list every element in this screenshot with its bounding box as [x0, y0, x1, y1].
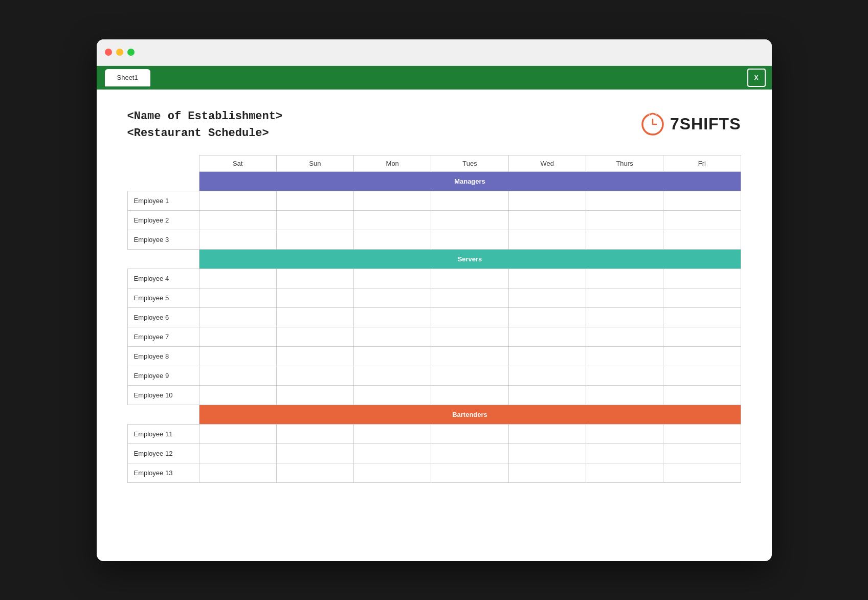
shift-cell[interactable] [431, 327, 508, 346]
shift-cell[interactable] [276, 463, 353, 482]
shift-cell[interactable] [276, 230, 353, 249]
shift-cell[interactable] [354, 288, 431, 307]
shift-cell[interactable] [508, 327, 586, 346]
shift-cell[interactable] [276, 385, 353, 405]
shift-cell[interactable] [663, 424, 741, 443]
shift-cell[interactable] [586, 191, 663, 210]
shift-cell[interactable] [354, 443, 431, 463]
shift-cell[interactable] [354, 424, 431, 443]
table-row: Employee 9 [127, 366, 741, 385]
shift-cell[interactable] [199, 366, 276, 385]
excel-icon[interactable]: X [747, 69, 766, 87]
shift-cell[interactable] [586, 346, 663, 366]
shift-cell[interactable] [586, 307, 663, 327]
shift-cell[interactable] [586, 366, 663, 385]
shift-cell[interactable] [508, 424, 586, 443]
shift-cell[interactable] [431, 346, 508, 366]
day-fri: Fri [663, 155, 741, 171]
shift-cell[interactable] [354, 366, 431, 385]
shift-cell[interactable] [354, 269, 431, 288]
shift-cell[interactable] [508, 443, 586, 463]
shift-cell[interactable] [431, 210, 508, 230]
shift-cell[interactable] [586, 424, 663, 443]
shift-cell[interactable] [276, 443, 353, 463]
shift-cell[interactable] [276, 346, 353, 366]
shift-cell[interactable] [276, 191, 353, 210]
shift-cell[interactable] [276, 307, 353, 327]
shift-cell[interactable] [354, 463, 431, 482]
shift-cell[interactable] [199, 346, 276, 366]
shift-cell[interactable] [663, 269, 741, 288]
shift-cell[interactable] [431, 307, 508, 327]
shift-cell[interactable] [586, 327, 663, 346]
shift-cell[interactable] [663, 327, 741, 346]
shift-cell[interactable] [276, 288, 353, 307]
shift-cell[interactable] [508, 210, 586, 230]
shift-cell[interactable] [508, 269, 586, 288]
shift-cell[interactable] [354, 191, 431, 210]
shift-cell[interactable] [508, 463, 586, 482]
shift-cell[interactable] [431, 424, 508, 443]
shift-cell[interactable] [586, 385, 663, 405]
shift-cell[interactable] [586, 230, 663, 249]
shift-cell[interactable] [354, 346, 431, 366]
shift-cell[interactable] [663, 307, 741, 327]
shift-cell[interactable] [663, 366, 741, 385]
shift-cell[interactable] [199, 191, 276, 210]
shift-cell[interactable] [508, 307, 586, 327]
shift-cell[interactable] [199, 385, 276, 405]
shift-cell[interactable] [199, 288, 276, 307]
shift-cell[interactable] [354, 307, 431, 327]
shift-cell[interactable] [663, 191, 741, 210]
shift-cell[interactable] [663, 463, 741, 482]
shift-cell[interactable] [663, 346, 741, 366]
shift-cell[interactable] [508, 230, 586, 249]
shift-cell[interactable] [508, 191, 586, 210]
shift-cell[interactable] [586, 288, 663, 307]
shift-cell[interactable] [431, 366, 508, 385]
employee-name: Employee 3 [127, 230, 199, 249]
shift-cell[interactable] [663, 210, 741, 230]
shift-cell[interactable] [354, 210, 431, 230]
shift-cell[interactable] [508, 288, 586, 307]
shift-cell[interactable] [199, 463, 276, 482]
shift-cell[interactable] [354, 327, 431, 346]
active-tab[interactable]: Sheet1 [105, 69, 150, 86]
shift-cell[interactable] [199, 269, 276, 288]
shift-cell[interactable] [431, 191, 508, 210]
shift-cell[interactable] [276, 210, 353, 230]
shift-cell[interactable] [508, 366, 586, 385]
shift-cell[interactable] [431, 269, 508, 288]
shift-cell[interactable] [508, 385, 586, 405]
close-button[interactable] [105, 49, 112, 56]
shift-cell[interactable] [276, 424, 353, 443]
shift-cell[interactable] [431, 385, 508, 405]
shift-cell[interactable] [276, 366, 353, 385]
shift-cell[interactable] [431, 443, 508, 463]
shift-cell[interactable] [276, 269, 353, 288]
shift-cell[interactable] [199, 210, 276, 230]
shift-cell[interactable] [354, 385, 431, 405]
maximize-button[interactable] [127, 49, 135, 56]
shift-cell[interactable] [663, 385, 741, 405]
shift-cell[interactable] [431, 230, 508, 249]
shift-cell[interactable] [199, 230, 276, 249]
shift-cell[interactable] [199, 424, 276, 443]
shift-cell[interactable] [663, 443, 741, 463]
shift-cell[interactable] [199, 327, 276, 346]
shift-cell[interactable] [663, 230, 741, 249]
shift-cell[interactable] [586, 210, 663, 230]
shift-cell[interactable] [431, 463, 508, 482]
shift-cell[interactable] [199, 307, 276, 327]
minimize-button[interactable] [116, 49, 123, 56]
table-row: Employee 13 [127, 463, 741, 482]
shift-cell[interactable] [586, 443, 663, 463]
shift-cell[interactable] [508, 346, 586, 366]
shift-cell[interactable] [199, 443, 276, 463]
shift-cell[interactable] [586, 463, 663, 482]
shift-cell[interactable] [586, 269, 663, 288]
shift-cell[interactable] [431, 288, 508, 307]
shift-cell[interactable] [354, 230, 431, 249]
shift-cell[interactable] [663, 288, 741, 307]
shift-cell[interactable] [276, 327, 353, 346]
